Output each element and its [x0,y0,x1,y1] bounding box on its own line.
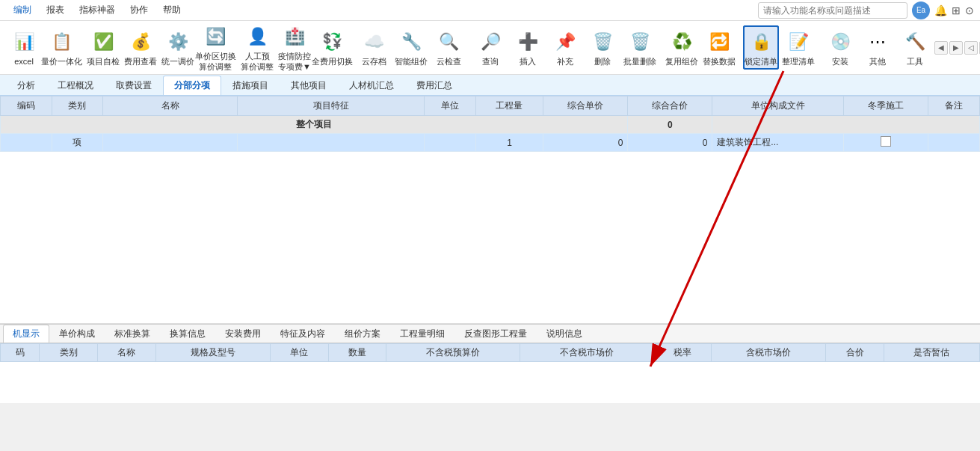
bcol-code: 码 [1,344,40,362]
col-type: 类别 [52,96,103,116]
tab1-analysis[interactable]: 分析 [6,76,46,95]
toolbar-full-switch[interactable]: 💱 全费用切换 [314,27,350,68]
col-unit-price: 综合单价 [543,96,628,116]
supplement-label: 补充 [557,57,573,67]
toolbar-replace-data[interactable]: 🔁 替换数据 [701,27,737,68]
bcol-no-tax-market: 不含税市场价 [520,344,653,362]
excel-icon: 📊 [10,28,37,55]
cell-feature [238,134,425,152]
toolbar-organize-clear[interactable]: 📝 整理清单 [780,27,816,68]
organize-clear-icon: 📝 [785,28,812,55]
tab1-measures[interactable]: 措施项目 [221,76,280,95]
nav-prev-icon[interactable]: ◁ [964,41,978,55]
settings-icon[interactable]: ⊙ [965,4,974,16]
labor-icon: 👤 [244,23,271,50]
bcol-type: 类别 [40,344,98,362]
full-switch-label: 全费用切换 [312,57,353,67]
bottom-table-container: 码 类别 名称 规格及型号 单位 数量 不含税预算价 不含税市场价 税率 含税市… [0,343,980,403]
bcol-estimate: 是否暂估 [884,344,979,362]
toolbar-lock-clear[interactable]: 🔒 锁定清单 [743,25,779,70]
cost-check-label: 费用查看 [124,57,157,67]
toolbar-cost-check[interactable]: 💰 费用查看 [123,27,158,68]
search-input[interactable] [758,2,907,19]
toolbar-other[interactable]: ⋯ 其他 [860,27,896,68]
grid-icon[interactable]: ⊞ [952,4,961,16]
bcol-unit: 单位 [271,344,329,362]
notification-icon[interactable]: 🔔 [934,4,947,16]
toolbar-labor[interactable]: 👤 人工预算价调整 [239,22,275,73]
delete-label: 删除 [594,57,611,67]
cell-qty: 1 [475,134,543,152]
tab1-labor-summary[interactable]: 人材机汇总 [338,76,405,95]
toolbar-query[interactable]: 🔎 查询 [472,27,508,68]
col-feature: 项目特征 [238,96,425,116]
toolbar-epidemic[interactable]: 🏥 疫情防控专项费▼ [277,22,312,73]
bcol-tax-market: 含税市场价 [711,344,825,362]
nav-right-icon[interactable]: ▶ [949,41,963,55]
full-switch-icon: 💱 [318,28,345,55]
col-qty: 工程量 [475,96,543,116]
menu-item-report[interactable]: 报表 [39,1,72,19]
toolbar-delete[interactable]: 🗑️ 删除 [585,27,620,68]
toolbar-reuse-price[interactable]: ♻️ 复用组价 [664,27,700,68]
toolbar: 📊 excel 📋 量价一体化 ✅ 项目自检 💰 费用查看 ⚙️ 统一调价 🔄 … [0,21,980,75]
menu-item-edit[interactable]: 编制 [6,1,39,19]
tab1-fee-setting[interactable]: 取费设置 [105,76,163,95]
table-row[interactable]: 项 1 0 0 建筑装饰工程... [1,134,980,152]
menu-item-collaborate[interactable]: 协作 [123,1,155,19]
nav-arrows: ◀ ▶ ◁ ▷ ⊡ [934,41,980,55]
col-name: 名称 [103,96,238,116]
toolbar-smart-group[interactable]: 🔧 智能组价 [393,27,429,68]
main-table: 编码 类别 名称 项目特征 单位 工程量 综合单价 综合合价 单位构成文件 冬季… [0,96,980,152]
lock-clear-icon: 🔒 [748,28,774,55]
delete-icon: 🗑️ [589,28,616,55]
unit-switch-icon: 🔄 [202,23,229,50]
btab-install-fee[interactable]: 安装费用 [215,325,271,343]
bottom-tabs: 机显示 单价构成 标准换算 换算信息 安装费用 特征及内容 组价方案 工程量明细… [0,324,980,343]
btab-machine-display[interactable]: 机显示 [3,325,49,343]
btab-unit-compose[interactable]: 单价构成 [49,325,105,343]
section-label: 整个项目 [1,116,628,134]
toolbar-cloud-check[interactable]: 🔍 云检查 [431,27,466,68]
btab-reverse-check[interactable]: 反查图形工程量 [454,325,537,343]
query-label: 查询 [482,57,499,67]
cell-unit-price: 0 [543,134,628,152]
empty-space [0,242,980,324]
project-check-label: 项目自检 [87,57,120,67]
avatar[interactable]: Ea [912,1,930,19]
menu-item-indicator[interactable]: 指标神器 [72,1,123,19]
tab1-overview[interactable]: 工程概况 [46,76,105,95]
toolbar-batch-delete[interactable]: 🗑️ 批量删除 [622,27,658,68]
toolbar-qty-integrated[interactable]: 📋 量价一体化 [43,27,79,68]
menu-item-help[interactable]: 帮助 [155,1,188,19]
menu-bar: 编制 报表 指标神器 协作 帮助 Ea 🔔 ⊞ ⊙ [0,0,980,21]
winter-checkbox[interactable] [881,136,891,147]
btab-qty-detail[interactable]: 工程量明细 [390,325,454,343]
main-table-container: 编码 类别 名称 项目特征 单位 工程量 综合单价 综合合价 单位构成文件 冬季… [0,96,980,242]
btab-convert-info[interactable]: 换算信息 [160,325,215,343]
btab-standard-convert[interactable]: 标准换算 [105,325,160,343]
toolbar-unified-adjust[interactable]: ⚙️ 统一调价 [160,27,196,68]
tab1-fee-summary[interactable]: 费用汇总 [405,76,463,95]
btab-description[interactable]: 说明信息 [537,325,592,343]
nav-left-icon[interactable]: ◀ [934,41,948,55]
col-note: 备注 [928,96,980,116]
toolbar-install[interactable]: 💿 安装 [822,27,858,68]
toolbar-insert[interactable]: ➕ 插入 [510,27,546,68]
btab-feature-content[interactable]: 特征及内容 [271,325,335,343]
lock-clear-label: 锁定清单 [745,57,777,67]
toolbar-tools[interactable]: 🔨 工具 [897,27,933,68]
toolbar-cloud-save[interactable]: ☁️ 云存档 [356,27,392,68]
search-bar: Ea 🔔 ⊞ ⊙ [758,1,974,19]
unified-adjust-label: 统一调价 [161,57,194,67]
tab1-other-items[interactable]: 其他项目 [280,76,338,95]
toolbar-project-check[interactable]: ✅ 项目自检 [85,27,121,68]
toolbar-supplement[interactable]: 📌 补充 [547,27,583,68]
batch-delete-icon: 🗑️ [626,28,653,55]
tab1-parts[interactable]: 分部分项 [163,76,221,95]
install-label: 安装 [832,57,848,67]
toolbar-unit-switch[interactable]: 🔄 单价区切换算价调整 [197,22,233,73]
other-icon: ⋯ [864,28,891,55]
toolbar-excel[interactable]: 📊 excel [6,27,42,68]
btab-price-plan[interactable]: 组价方案 [335,325,390,343]
